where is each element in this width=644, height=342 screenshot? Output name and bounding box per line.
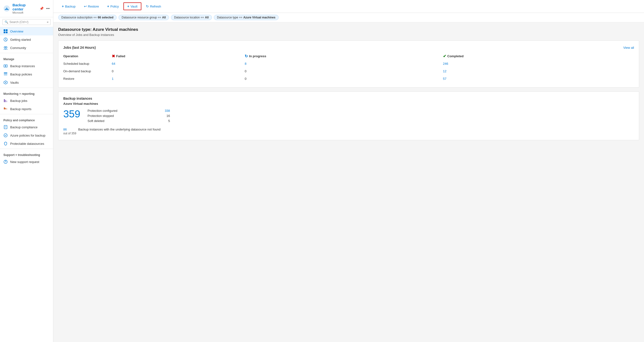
backup-button[interactable]: + Backup [58,3,79,10]
divider-support [0,149,53,149]
view-all-link[interactable]: View all [623,46,634,50]
azure-policies-label: Azure policies for backup [10,134,45,137]
completed-cell[interactable]: 246 [443,60,634,68]
detail-row: Protection stopped16 [88,114,170,118]
col-failed-label: Failed [116,54,125,58]
filter-location[interactable]: Datasource location == All [171,15,212,20]
vaults-icon [4,80,8,85]
col-operation: Operation [63,52,112,60]
backup-policies-label: Backup policies [10,72,32,76]
svg-rect-20 [4,126,7,129]
collapse-button[interactable]: « [47,20,48,24]
footer-out-of: out of 359 [63,132,76,135]
sidebar-item-backup-jobs[interactable]: Backup jobs [0,96,53,105]
app-subtitle: Microsoft [12,11,37,14]
completed-cell[interactable]: 57 [443,75,634,82]
azure-logo-icon [4,5,10,12]
inprogress-cell[interactable]: 8 [245,60,443,68]
jobs-header: Jobs (last 24 Hours) View all [63,46,634,50]
svg-point-23 [5,162,6,163]
svg-rect-17 [4,108,5,110]
col-completed-label: Completed [447,54,464,58]
restore-button[interactable]: ↩ Restore [80,3,103,10]
backup-compliance-label: Backup compliance [10,126,38,129]
inprogress-cell: 0 [245,68,443,75]
overview-label: Overview [10,30,23,33]
backup-policies-icon [4,72,8,76]
col-inprogress-header: ↻ In progress [245,52,443,60]
page-title: Datasource type: Azure Virtual machines [58,27,639,32]
search-area[interactable]: 🔍 Search (Ctrl+/) « [0,17,53,27]
page-subtitle: Overview of Jobs and Backup instances [58,33,639,37]
filter-type-value: Azure Virtual machines [243,16,276,19]
getting-started-label: Getting started [10,38,31,42]
failed-cell[interactable]: 1 [112,75,245,82]
search-input-label[interactable]: Search (Ctrl+/) [10,20,28,24]
svg-rect-12 [4,75,7,76]
filter-type[interactable]: Datasource type == Azure Virtual machine… [214,15,278,20]
filter-rg-key: Datasource resource group == [122,16,161,19]
protectable-label: Protectable datasources [10,142,44,146]
footer-count-link[interactable]: 86 [63,128,76,131]
refresh-btn-label: Refresh [150,4,161,8]
sidebar-item-new-support[interactable]: New support request [0,158,53,166]
svg-rect-14 [4,99,5,102]
instances-subtitle: Azure Virtual machines [63,102,634,106]
sidebar-item-backup-reports[interactable]: Backup reports [0,105,53,113]
sidebar-item-overview[interactable]: Overview [0,27,53,36]
detail-value: 16 [166,114,170,118]
content-area: Datasource type: Azure Virtual machines … [53,22,644,342]
policy-button[interactable]: + Policy [104,3,122,10]
policy-plus-icon: + [107,4,109,8]
table-row: Restore1057 [63,75,634,82]
detail-label: Protection configured [88,109,117,112]
vault-btn-label: Vault [130,4,138,8]
instances-body: 359 Protection configured338Protection s… [63,109,634,124]
sidebar-item-getting-started[interactable]: Getting started [0,36,53,44]
svg-rect-15 [5,100,6,102]
main-content: + Backup ↩ Restore + Policy + Vault ↻ Re… [53,0,644,342]
filter-bar: Datasource subscription == 66 selected D… [53,13,644,22]
refresh-button[interactable]: ↻ Refresh [142,3,165,10]
new-support-label: New support request [10,160,39,164]
completed-cell[interactable]: 12 [443,68,634,75]
divider-policy [0,114,53,114]
operation-cell: Scheduled backup [63,60,112,68]
sidebar-item-backup-instances[interactable]: Backup instances [0,62,53,70]
overview-icon [4,29,8,34]
filter-sub-value: 66 selected [98,16,114,19]
failed-cell[interactable]: 64 [112,60,245,68]
filter-rg-value: All [162,16,166,19]
detail-row: Protection configured338 [88,109,170,112]
instances-details: Protection configured338Protection stopp… [88,109,634,124]
sidebar-item-community[interactable]: Community [0,44,53,52]
completed-icon: ✔ [443,54,446,58]
sidebar: Backup center Microsoft 📌 ••• 🔍 Search (… [0,0,53,342]
detail-value[interactable]: 338 [165,109,170,112]
footer-description: Backup instances with the underlying dat… [78,128,160,131]
sidebar-item-azure-policies[interactable]: Azure policies for backup [0,131,53,140]
filter-resource-group[interactable]: Datasource resource group == All [118,15,169,20]
policy-btn-label: Policy [110,4,119,8]
svg-point-7 [6,46,7,48]
sidebar-item-backup-policies[interactable]: Backup policies [0,70,53,78]
vault-button[interactable]: + Vault [124,2,141,10]
operation-cell: On-demand backup [63,68,112,75]
sidebar-item-backup-compliance[interactable]: Backup compliance [0,123,53,131]
pin-icon[interactable]: 📌 [40,6,44,10]
instances-footer: 86 out of 359 Backup instances with the … [63,128,634,135]
search-wrapper[interactable]: 🔍 Search (Ctrl+/) « [2,19,51,25]
filter-type-key: Datasource type == [217,16,242,19]
operation-cell: Restore [63,75,112,82]
sidebar-item-protectable[interactable]: Protectable datasources [0,140,53,148]
sidebar-item-vaults[interactable]: Vaults [0,78,53,86]
restore-btn-label: Restore [88,4,99,8]
footer-count-block: 86 out of 359 [63,128,76,135]
sidebar-title-block: Backup center Microsoft [12,3,37,14]
svg-rect-3 [4,32,5,33]
inprogress-cell: 0 [245,75,443,82]
filter-loc-key: Datasource location == [174,16,204,19]
plus-icon: + [62,4,64,8]
filter-subscription[interactable]: Datasource subscription == 66 selected [58,15,117,20]
more-icon[interactable]: ••• [46,6,50,10]
